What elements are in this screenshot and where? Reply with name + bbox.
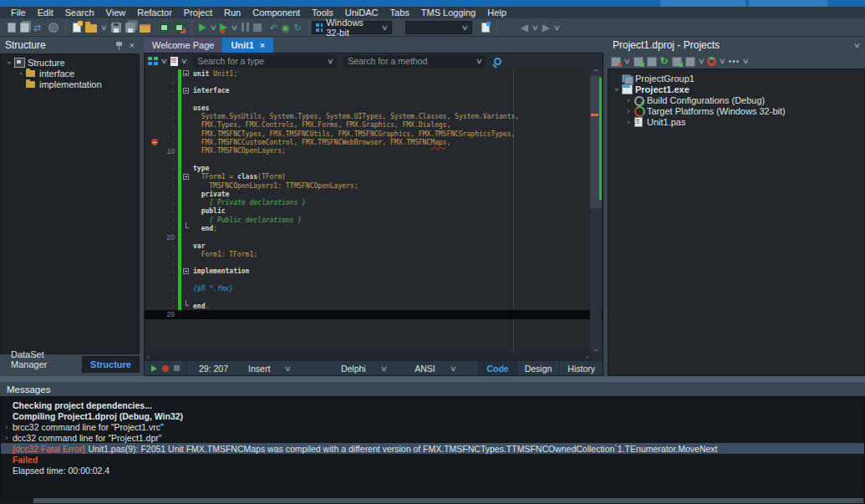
fold-column[interactable] xyxy=(183,69,193,78)
target-chevron-icon[interactable]: ∨ xyxy=(719,57,726,65)
code-line-20[interactable]: 20 xyxy=(145,233,603,242)
show-source-icon[interactable] xyxy=(647,57,657,66)
code-line-8[interactable]: · FMX.TMSFNCTypes, FMX.TMSFNCUtils, FMX.… xyxy=(145,130,603,138)
trace-into-icon[interactable]: ↶ xyxy=(270,23,277,33)
insert-mode-dropdown[interactable]: Insert ∨ xyxy=(240,364,299,374)
menu-item-component[interactable]: Component xyxy=(247,7,306,18)
open-file-icon[interactable] xyxy=(85,24,97,33)
step-over-icon[interactable]: ◉ xyxy=(282,23,290,33)
chevron-right-icon[interactable]: › xyxy=(623,107,633,115)
search-icon[interactable] xyxy=(494,58,501,65)
menu-item-project[interactable]: Project xyxy=(178,7,218,18)
code-line-27[interactable]: · xyxy=(145,293,603,302)
status-record-icon[interactable] xyxy=(162,365,169,372)
menu-item-help[interactable]: Help xyxy=(481,7,512,18)
code-line-2[interactable]: · xyxy=(145,78,603,86)
gutter-cell[interactable]: · xyxy=(145,284,178,293)
fold-column[interactable] xyxy=(183,302,193,310)
gutter-cell[interactable]: · xyxy=(145,224,178,232)
expand-chevron-icon[interactable]: › xyxy=(1,434,13,442)
add-new-unit-icon[interactable] xyxy=(633,57,644,66)
gutter-cell[interactable]: · xyxy=(145,250,178,258)
more-actions-chevron-icon[interactable]: ∨ xyxy=(742,57,750,65)
code-line-10[interactable]: 10 FMX.TMSFNCOpenLayers; xyxy=(145,147,603,155)
code-line-13[interactable]: · TForm1 = class(TForm) xyxy=(145,173,603,181)
code-line-22[interactable]: · Form1: TForm1; xyxy=(145,250,603,258)
navigate-back-icon[interactable]: ◀ xyxy=(521,23,528,33)
gutter-cell[interactable]: · xyxy=(145,198,178,206)
gutter-cell[interactable]: · xyxy=(145,242,178,250)
chevron-right-icon[interactable]: › xyxy=(16,69,26,78)
remove-from-project-icon[interactable] xyxy=(174,23,185,33)
tree-item-structure[interactable]: ›Structure xyxy=(1,57,139,68)
gutter-cell[interactable]: 29 xyxy=(145,310,178,318)
close-tab-icon[interactable]: × xyxy=(260,41,265,50)
code-line-14[interactable]: · TMSFNCOpenLayers1: TTMSFNCOpenLayers; xyxy=(145,181,603,190)
run-without-debugging-icon[interactable] xyxy=(220,23,227,32)
view-tab-code[interactable]: Code xyxy=(478,361,516,375)
open-recent-icon[interactable] xyxy=(20,23,29,33)
gutter-cell[interactable]: · xyxy=(145,207,178,216)
editor-tab-unit1[interactable]: Unit1× xyxy=(222,38,272,53)
code-line-23[interactable]: · xyxy=(145,259,603,267)
editor-horizontal-scrollbar[interactable]: ‹ › xyxy=(145,353,591,361)
gutter-cell[interactable]: · xyxy=(145,190,178,198)
gutter-cell[interactable]: · xyxy=(145,112,178,120)
bottom-tab-structure[interactable]: Structure xyxy=(82,356,140,373)
fold-column[interactable] xyxy=(183,224,193,232)
run-dropdown-icon[interactable]: ∨ xyxy=(209,23,216,32)
stop-icon[interactable] xyxy=(253,23,262,32)
chevron-down-icon[interactable]: › xyxy=(5,55,13,69)
target-icon[interactable] xyxy=(707,57,716,66)
gutter-cell[interactable]: · xyxy=(145,78,178,86)
gutter-cell[interactable]: · xyxy=(145,216,178,224)
menu-item-file[interactable]: File xyxy=(5,7,32,18)
gutter-cell[interactable]: · xyxy=(145,69,178,78)
code-line-11[interactable]: · xyxy=(145,155,603,164)
code-line-12[interactable]: ·type xyxy=(145,164,603,172)
encoding-dropdown[interactable]: ANSI ∨ xyxy=(406,364,464,374)
new-window-icon[interactable] xyxy=(481,23,490,33)
code-line-17[interactable]: · public xyxy=(145,207,603,216)
horizontal-splitter[interactable] xyxy=(0,376,865,382)
close-icon[interactable]: × xyxy=(130,40,135,50)
help-insight-icon[interactable] xyxy=(48,23,59,33)
expand-chevron-icon[interactable]: › xyxy=(1,423,13,431)
build-chevron-icon[interactable]: ∨ xyxy=(697,57,705,65)
tree-item-project1-exe[interactable]: ›Project1.exe xyxy=(608,84,864,94)
code-line-15[interactable]: · private xyxy=(145,190,603,198)
new-file-icon[interactable] xyxy=(73,23,81,33)
bottom-tab-dataset-manager[interactable]: DataSet Manager xyxy=(3,347,80,373)
code-line-18[interactable]: · { Public declarations } xyxy=(145,216,603,224)
language-dropdown[interactable]: Delphi ∨ xyxy=(333,364,394,374)
save-icon[interactable] xyxy=(111,23,121,33)
open-project-icon[interactable] xyxy=(140,24,150,33)
fold-collapse-icon[interactable] xyxy=(183,70,189,76)
fold-column[interactable] xyxy=(183,267,193,276)
message-row[interactable]: ›dcc32 command line for "Project1.dpr" xyxy=(1,432,864,443)
menu-item-edit[interactable]: Edit xyxy=(32,7,59,18)
tree-item-interface[interactable]: ›interface xyxy=(1,68,139,79)
tree-item-projectgroup1[interactable]: ProjectGroup1 xyxy=(608,73,864,84)
run-params-dropdown-icon[interactable]: ∨ xyxy=(231,23,238,32)
fold-collapse-icon[interactable] xyxy=(183,174,189,180)
more-actions-icon[interactable]: ••• xyxy=(729,57,740,66)
view-tab-design[interactable]: Design xyxy=(516,361,560,375)
code-line-26[interactable]: ·{$R *.fmx} xyxy=(145,284,603,293)
scroll-left-icon[interactable]: ‹ xyxy=(147,354,150,361)
view-tab-history[interactable]: History xyxy=(559,361,603,375)
menu-item-tms-logging[interactable]: TMS Logging xyxy=(415,7,481,18)
pause-icon[interactable] xyxy=(242,23,249,32)
gutter-cell[interactable]: · xyxy=(145,181,178,190)
tree-item-build-configurations-debug-[interactable]: ›Build Configurations (Debug) xyxy=(608,94,864,105)
gutter-cell[interactable]: · xyxy=(145,293,178,302)
code-line-24[interactable]: ·implementation xyxy=(145,267,603,276)
chevron-right-icon[interactable]: › xyxy=(623,96,633,104)
code-line-3[interactable]: ·interface xyxy=(145,87,603,95)
chevron-down-icon[interactable]: › xyxy=(613,82,621,96)
code-line-1[interactable]: ·unit Unit1; xyxy=(145,69,603,78)
message-row[interactable]: Compiling Project1.dproj (Debug, Win32) xyxy=(1,410,864,421)
gutter-cell[interactable]: 10 xyxy=(145,147,178,155)
gutter-cell[interactable]: · xyxy=(145,121,178,130)
gutter-cell[interactable]: · xyxy=(145,276,178,284)
